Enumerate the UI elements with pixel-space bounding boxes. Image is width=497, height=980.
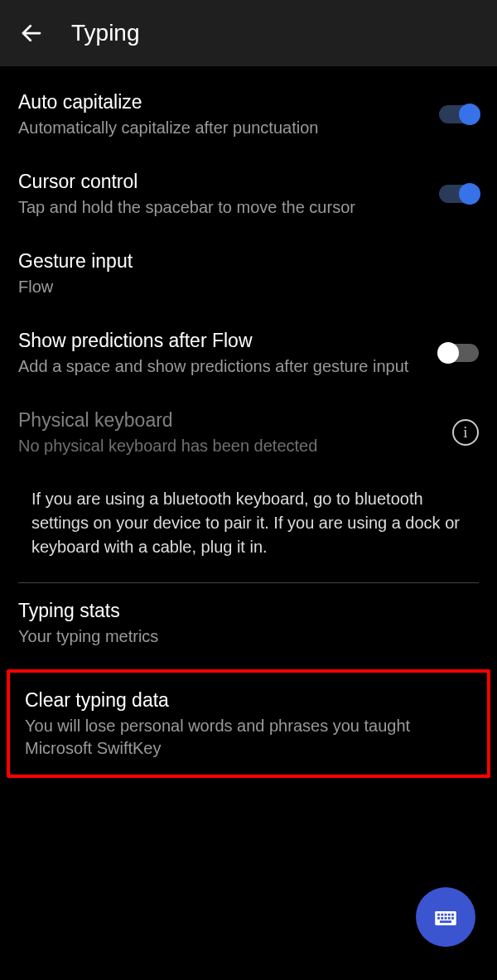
svg-rect-8 [441,917,443,920]
setting-gesture-input[interactable]: Gesture input Flow [0,234,497,313]
setting-subtitle: Add a space and show predictions after g… [18,355,422,378]
physical-keyboard-note: If you are using a bluetooth keyboard, g… [0,472,497,582]
toggle-show-predictions[interactable] [439,344,479,362]
svg-rect-11 [451,917,454,920]
svg-rect-4 [445,914,447,916]
svg-rect-9 [445,917,447,920]
back-button[interactable] [17,18,46,48]
setting-subtitle: Flow [18,276,462,298]
setting-physical-keyboard: Physical keyboard No physical keyboard h… [0,393,497,472]
setting-title: Clear typing data [25,688,456,713]
setting-title: Typing stats [18,598,462,624]
toggle-auto-capitalize[interactable] [439,105,479,123]
info-icon[interactable]: i [452,419,479,446]
svg-rect-10 [448,917,451,920]
svg-rect-7 [437,917,440,920]
setting-title: Auto capitalize [18,89,422,115]
setting-show-predictions[interactable]: Show predictions after Flow Add a space … [0,313,497,393]
toggle-cursor-control[interactable] [439,185,479,203]
svg-rect-3 [441,914,443,916]
settings-list: Auto capitalize Automatically capitalize… [0,66,497,778]
setting-title: Cursor control [18,169,422,195]
svg-rect-6 [451,914,454,916]
svg-rect-12 [440,920,451,923]
setting-subtitle: Your typing metrics [18,625,462,648]
setting-title: Physical keyboard [18,408,436,433]
setting-auto-capitalize[interactable]: Auto capitalize Automatically capitalize… [0,75,497,154]
setting-typing-stats[interactable]: Typing stats Your typing metrics [0,583,497,663]
setting-title: Gesture input [18,249,462,274]
setting-subtitle: You will lose personal words and phrases… [25,715,456,760]
setting-subtitle: Tap and hold the spacebar to move the cu… [18,196,422,219]
setting-subtitle: No physical keyboard has been detected [18,435,436,457]
app-header: Typing [0,0,497,66]
setting-title: Show predictions after Flow [18,328,422,354]
svg-rect-5 [448,914,451,916]
keyboard-icon [432,903,460,931]
page-title: Typing [71,20,140,46]
svg-rect-2 [437,914,440,916]
setting-clear-typing-data[interactable]: Clear typing data You will lose personal… [10,673,487,775]
setting-subtitle: Automatically capitalize after punctuati… [18,117,422,139]
highlight-box: Clear typing data You will lose personal… [7,669,490,778]
setting-cursor-control[interactable]: Cursor control Tap and hold the spacebar… [0,154,497,234]
keyboard-fab[interactable] [416,887,475,947]
